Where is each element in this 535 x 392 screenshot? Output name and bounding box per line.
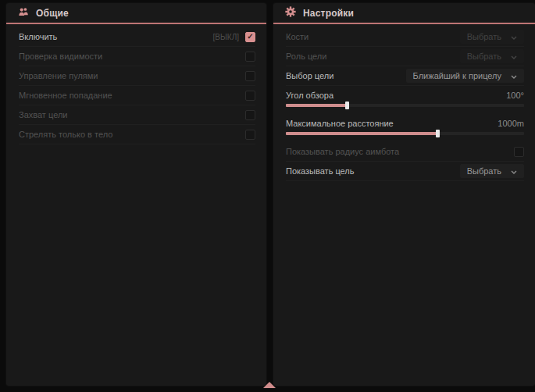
general-panel: Общие Включить [ВЫКЛ] ✓ Проверка видимос…: [6, 3, 266, 386]
target-selection-dropdown-value: Ближайший к прицелу: [413, 71, 501, 80]
row-target-selection: Выбор цели Ближайший к прицелу: [286, 66, 524, 86]
visibility-check-label: Проверка видимости: [19, 52, 102, 61]
enable-label: Включить: [19, 32, 57, 41]
show-target-label: Показывать цель: [286, 166, 355, 176]
chevron-down-icon: [511, 32, 517, 41]
visibility-check-checkbox[interactable]: [245, 52, 255, 62]
target-selection-dropdown[interactable]: Ближайший к прицелу: [406, 69, 524, 83]
gear-icon: [285, 6, 296, 20]
max-distance-slider-fill: [286, 132, 438, 135]
bones-dropdown-value: Выбрать: [467, 32, 501, 41]
check-icon: ✓: [247, 33, 253, 41]
target-selection-label: Выбор цели: [286, 71, 333, 80]
row-target-lock: Захват цели: [19, 105, 255, 125]
bullet-control-label: Управление пулями: [19, 71, 98, 80]
fov-slider-block: Угол обзора 100°: [286, 86, 524, 114]
chevron-down-icon: [511, 71, 517, 80]
row-show-radius: Показывать радиус аимбота: [286, 142, 524, 162]
target-lock-checkbox[interactable]: [245, 110, 255, 120]
fov-label: Угол обзора: [286, 91, 333, 100]
body-only-label: Стрелять только в тело: [19, 130, 112, 139]
max-distance-slider-thumb[interactable]: [436, 130, 440, 137]
row-bones: Кости Выбрать: [286, 27, 524, 47]
max-distance-label: Максимальное расстояние: [286, 119, 394, 128]
fov-slider-fill: [286, 104, 348, 107]
row-body-only: Стрелять только в тело: [19, 125, 255, 144]
general-panel-title: Общие: [36, 8, 69, 19]
fov-value: 100°: [506, 91, 524, 100]
max-distance-slider-block: Максимальное расстояние 1000m: [286, 114, 524, 142]
enable-hotkey-badge[interactable]: [ВЫКЛ]: [213, 33, 239, 41]
row-visibility-check: Проверка видимости: [19, 47, 255, 66]
settings-panel-header: Настройки: [273, 3, 535, 24]
row-bullet-control: Управление пулями: [19, 66, 255, 86]
show-target-dropdown[interactable]: Выбрать: [460, 164, 524, 178]
row-enable: Включить [ВЫКЛ] ✓: [19, 27, 255, 47]
settings-panel: Настройки Кости Выбрать Роль цели Выбрат…: [273, 3, 535, 386]
instant-hit-label: Мгновенное попадание: [19, 91, 112, 100]
target-role-dropdown[interactable]: Выбрать: [460, 49, 524, 63]
bones-dropdown[interactable]: Выбрать: [460, 30, 524, 44]
body-only-checkbox[interactable]: [245, 130, 255, 140]
settings-panel-title: Настройки: [303, 8, 354, 19]
general-panel-header: Общие: [6, 3, 266, 24]
target-lock-label: Захват цели: [19, 110, 67, 119]
bones-label: Кости: [286, 32, 309, 41]
max-distance-value: 1000m: [498, 119, 524, 128]
enable-checkbox[interactable]: ✓: [245, 32, 255, 42]
row-instant-hit: Мгновенное попадание: [19, 86, 255, 105]
max-distance-slider[interactable]: [286, 132, 524, 135]
users-icon: [18, 6, 29, 20]
scroll-up-indicator-icon[interactable]: [263, 382, 276, 388]
fov-slider[interactable]: [286, 104, 524, 107]
show-target-dropdown-value: Выбрать: [467, 166, 501, 176]
chevron-down-icon: [511, 166, 517, 176]
bullet-control-checkbox[interactable]: [245, 71, 255, 81]
target-role-dropdown-value: Выбрать: [467, 52, 501, 61]
row-target-role: Роль цели Выбрать: [286, 47, 524, 66]
show-radius-label: Показывать радиус аимбота: [286, 147, 399, 156]
row-show-target: Показывать цель Выбрать: [286, 162, 524, 181]
show-radius-checkbox[interactable]: [514, 147, 524, 157]
fov-slider-thumb[interactable]: [345, 102, 349, 109]
target-role-label: Роль цели: [286, 52, 326, 61]
chevron-down-icon: [511, 52, 517, 61]
instant-hit-checkbox[interactable]: [245, 91, 255, 101]
